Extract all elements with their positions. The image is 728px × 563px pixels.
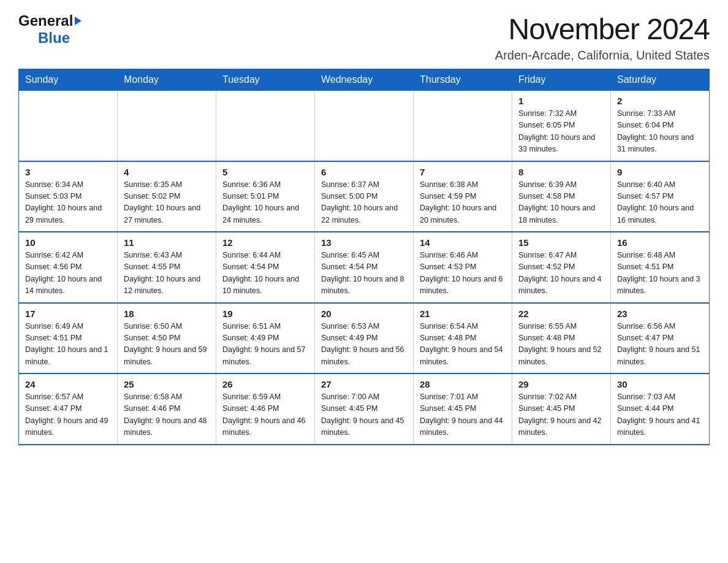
day-number: 16 <box>617 237 703 248</box>
day-info: Sunrise: 7:33 AM Sunset: 6:04 PM Dayligh… <box>617 108 703 156</box>
calendar-week-row: 1Sunrise: 7:32 AM Sunset: 6:05 PM Daylig… <box>19 91 710 161</box>
calendar-day-cell: 12Sunrise: 6:44 AM Sunset: 4:54 PM Dayli… <box>216 232 315 303</box>
calendar-day-cell: 3Sunrise: 6:34 AM Sunset: 5:03 PM Daylig… <box>19 161 118 232</box>
day-number: 9 <box>617 167 703 177</box>
day-info: Sunrise: 7:02 AM Sunset: 4:45 PM Dayligh… <box>518 391 604 439</box>
calendar-day-cell <box>216 91 315 161</box>
calendar-day-cell: 26Sunrise: 6:59 AM Sunset: 4:46 PM Dayli… <box>216 373 315 445</box>
day-number: 17 <box>25 308 111 319</box>
day-info: Sunrise: 6:43 AM Sunset: 4:55 PM Dayligh… <box>124 250 210 297</box>
day-number: 30 <box>617 379 703 389</box>
day-number: 11 <box>124 237 210 248</box>
logo: General Blue <box>18 12 82 47</box>
calendar-header: SundayMondayTuesdayWednesdayThursdayFrid… <box>19 69 710 91</box>
day-of-week-header: Saturday <box>611 69 710 91</box>
calendar-day-cell: 9Sunrise: 6:40 AM Sunset: 4:57 PM Daylig… <box>611 161 710 232</box>
calendar-week-row: 10Sunrise: 6:42 AM Sunset: 4:56 PM Dayli… <box>19 232 710 303</box>
day-number: 15 <box>518 237 604 248</box>
calendar-day-cell: 19Sunrise: 6:51 AM Sunset: 4:49 PM Dayli… <box>216 303 315 374</box>
month-title: November 2024 <box>495 12 710 46</box>
day-info: Sunrise: 6:50 AM Sunset: 4:50 PM Dayligh… <box>124 321 210 369</box>
day-number: 2 <box>617 96 703 106</box>
calendar-day-cell: 1Sunrise: 7:32 AM Sunset: 6:05 PM Daylig… <box>512 91 611 161</box>
logo-blue-text: Blue <box>38 29 70 47</box>
calendar-day-cell <box>414 91 512 161</box>
day-info: Sunrise: 6:34 AM Sunset: 5:03 PM Dayligh… <box>25 179 111 227</box>
calendar-day-cell: 17Sunrise: 6:49 AM Sunset: 4:51 PM Dayli… <box>19 303 118 374</box>
calendar-day-cell: 29Sunrise: 7:02 AM Sunset: 4:45 PM Dayli… <box>512 373 611 445</box>
day-number: 23 <box>617 308 703 319</box>
calendar-day-cell: 15Sunrise: 6:47 AM Sunset: 4:52 PM Dayli… <box>512 232 611 303</box>
calendar-day-cell: 4Sunrise: 6:35 AM Sunset: 5:02 PM Daylig… <box>118 161 216 232</box>
day-info: Sunrise: 7:32 AM Sunset: 6:05 PM Dayligh… <box>518 108 604 156</box>
calendar-day-cell: 30Sunrise: 7:03 AM Sunset: 4:44 PM Dayli… <box>611 373 710 445</box>
calendar-day-cell: 13Sunrise: 6:45 AM Sunset: 4:54 PM Dayli… <box>315 232 414 303</box>
day-info: Sunrise: 6:46 AM Sunset: 4:53 PM Dayligh… <box>420 250 506 297</box>
day-number: 3 <box>25 167 111 177</box>
calendar-week-row: 17Sunrise: 6:49 AM Sunset: 4:51 PM Dayli… <box>19 303 710 374</box>
calendar-day-cell: 10Sunrise: 6:42 AM Sunset: 4:56 PM Dayli… <box>19 232 118 303</box>
day-info: Sunrise: 6:42 AM Sunset: 4:56 PM Dayligh… <box>25 250 111 297</box>
day-of-week-header: Wednesday <box>315 69 414 91</box>
day-number: 22 <box>518 308 604 319</box>
day-info: Sunrise: 6:44 AM Sunset: 4:54 PM Dayligh… <box>222 250 308 297</box>
day-number: 1 <box>518 96 604 106</box>
day-info: Sunrise: 6:59 AM Sunset: 4:46 PM Dayligh… <box>222 391 308 439</box>
day-number: 24 <box>25 379 111 389</box>
day-info: Sunrise: 6:56 AM Sunset: 4:47 PM Dayligh… <box>617 321 703 369</box>
calendar-day-cell: 25Sunrise: 6:58 AM Sunset: 4:46 PM Dayli… <box>118 373 216 445</box>
title-block: November 2024 Arden-Arcade, California, … <box>495 12 710 63</box>
day-number: 20 <box>321 308 407 319</box>
day-info: Sunrise: 6:39 AM Sunset: 4:58 PM Dayligh… <box>518 179 604 227</box>
day-info: Sunrise: 6:36 AM Sunset: 5:01 PM Dayligh… <box>222 179 308 227</box>
day-number: 6 <box>321 167 407 177</box>
day-info: Sunrise: 7:03 AM Sunset: 4:44 PM Dayligh… <box>617 391 703 439</box>
calendar-day-cell: 21Sunrise: 6:54 AM Sunset: 4:48 PM Dayli… <box>414 303 512 374</box>
day-info: Sunrise: 6:54 AM Sunset: 4:48 PM Dayligh… <box>420 321 506 369</box>
day-of-week-header: Thursday <box>414 69 512 91</box>
day-info: Sunrise: 6:49 AM Sunset: 4:51 PM Dayligh… <box>25 321 111 369</box>
calendar-day-cell <box>315 91 414 161</box>
calendar-day-cell: 8Sunrise: 6:39 AM Sunset: 4:58 PM Daylig… <box>512 161 611 232</box>
calendar-table: SundayMondayTuesdayWednesdayThursdayFrid… <box>18 69 710 445</box>
calendar-day-cell: 28Sunrise: 7:01 AM Sunset: 4:45 PM Dayli… <box>414 373 512 445</box>
day-of-week-header: Tuesday <box>216 69 315 91</box>
day-header-row: SundayMondayTuesdayWednesdayThursdayFrid… <box>19 69 710 91</box>
logo-general-text: General <box>18 12 73 29</box>
calendar-day-cell: 7Sunrise: 6:38 AM Sunset: 4:59 PM Daylig… <box>414 161 512 232</box>
day-number: 8 <box>518 167 604 177</box>
calendar-day-cell: 27Sunrise: 7:00 AM Sunset: 4:45 PM Dayli… <box>315 373 414 445</box>
location-subtitle: Arden-Arcade, California, United States <box>495 48 710 63</box>
day-number: 10 <box>25 237 111 248</box>
calendar-day-cell: 5Sunrise: 6:36 AM Sunset: 5:01 PM Daylig… <box>216 161 315 232</box>
calendar-day-cell <box>118 91 216 161</box>
day-of-week-header: Monday <box>118 69 216 91</box>
day-number: 25 <box>124 379 210 389</box>
calendar-day-cell: 2Sunrise: 7:33 AM Sunset: 6:04 PM Daylig… <box>611 91 710 161</box>
day-number: 29 <box>518 379 604 389</box>
day-info: Sunrise: 6:47 AM Sunset: 4:52 PM Dayligh… <box>518 250 604 297</box>
day-of-week-header: Sunday <box>19 69 118 91</box>
day-info: Sunrise: 6:35 AM Sunset: 5:02 PM Dayligh… <box>124 179 210 227</box>
logo-arrow-icon <box>75 17 82 25</box>
calendar-week-row: 24Sunrise: 6:57 AM Sunset: 4:47 PM Dayli… <box>19 373 710 445</box>
day-info: Sunrise: 6:51 AM Sunset: 4:49 PM Dayligh… <box>222 321 308 369</box>
calendar-day-cell: 22Sunrise: 6:55 AM Sunset: 4:48 PM Dayli… <box>512 303 611 374</box>
day-info: Sunrise: 6:45 AM Sunset: 4:54 PM Dayligh… <box>321 250 407 297</box>
day-info: Sunrise: 6:37 AM Sunset: 5:00 PM Dayligh… <box>321 179 407 227</box>
day-number: 7 <box>420 167 506 177</box>
calendar-day-cell: 20Sunrise: 6:53 AM Sunset: 4:49 PM Dayli… <box>315 303 414 374</box>
day-info: Sunrise: 6:57 AM Sunset: 4:47 PM Dayligh… <box>25 391 111 439</box>
day-number: 28 <box>420 379 506 389</box>
day-number: 12 <box>222 237 308 248</box>
day-number: 21 <box>420 308 506 319</box>
day-info: Sunrise: 7:01 AM Sunset: 4:45 PM Dayligh… <box>420 391 506 439</box>
calendar-day-cell: 18Sunrise: 6:50 AM Sunset: 4:50 PM Dayli… <box>118 303 216 374</box>
day-info: Sunrise: 6:40 AM Sunset: 4:57 PM Dayligh… <box>617 179 703 227</box>
day-number: 13 <box>321 237 407 248</box>
day-info: Sunrise: 6:48 AM Sunset: 4:51 PM Dayligh… <box>617 250 703 297</box>
calendar-body: 1Sunrise: 7:32 AM Sunset: 6:05 PM Daylig… <box>19 91 710 445</box>
day-info: Sunrise: 6:53 AM Sunset: 4:49 PM Dayligh… <box>321 321 407 369</box>
calendar-week-row: 3Sunrise: 6:34 AM Sunset: 5:03 PM Daylig… <box>19 161 710 232</box>
day-info: Sunrise: 7:00 AM Sunset: 4:45 PM Dayligh… <box>321 391 407 439</box>
